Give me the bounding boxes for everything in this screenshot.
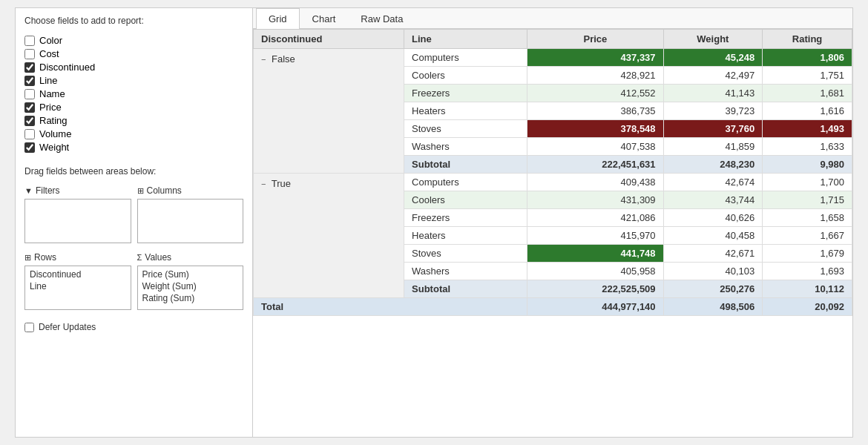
cell-price: 428,921: [527, 67, 663, 85]
cell-weight: 40,626: [663, 209, 763, 227]
table-row: − FalseComputers437,33745,2481,806: [254, 49, 852, 67]
columns-icon: ⊞: [137, 186, 144, 196]
cell-rating: 1,679: [763, 245, 852, 263]
field-checkbox-color[interactable]: [24, 36, 35, 46]
filters-area: ▼ Filters: [24, 185, 131, 243]
cell-price: 441,748: [527, 245, 663, 263]
cell-weight: 41,143: [663, 85, 763, 102]
tab-chart[interactable]: Chart: [300, 8, 349, 29]
field-item-color: Color: [24, 35, 243, 46]
cell-weight: 39,723: [663, 102, 763, 120]
header-weight: Weight: [663, 30, 763, 49]
cell-weight: 37,760: [663, 120, 763, 138]
filters-box[interactable]: [24, 199, 131, 243]
cell-line: Coolers: [404, 67, 527, 85]
field-checkbox-volume[interactable]: [24, 129, 35, 139]
field-label-cost: Cost: [39, 48, 59, 59]
cell-line: Stoves: [404, 120, 527, 138]
drag-areas-bottom: ⊞ Rows DiscontinuedLine Σ Values Price (…: [24, 252, 243, 310]
cell-line: Stoves: [404, 245, 527, 263]
values-area: Σ Values Price (Sum)Weight (Sum)Rating (…: [137, 252, 244, 310]
drag-areas-top: ▼ Filters ⊞ Columns: [24, 185, 243, 243]
field-checkbox-line[interactable]: [24, 76, 35, 86]
cell-price: 386,735: [527, 102, 663, 120]
field-label-discontinued: Discontinued: [39, 62, 95, 73]
values-box[interactable]: Price (Sum)Weight (Sum)Rating (Sum): [137, 266, 244, 310]
cell-weight: 45,248: [663, 49, 763, 67]
rows-item: Line: [30, 281, 126, 291]
cell-price: 437,337: [527, 49, 663, 67]
cell-line: Freezers: [404, 85, 527, 102]
cell-rating: 1,681: [763, 85, 852, 102]
rows-label: Rows: [34, 252, 56, 263]
cell-weight: 43,744: [663, 191, 763, 209]
cell-rating: 1,658: [763, 209, 852, 227]
cell-line: Computers: [404, 174, 527, 191]
field-checkbox-price[interactable]: [24, 102, 35, 113]
cell-rating: 1,616: [763, 102, 852, 120]
cell-weight: 40,458: [663, 227, 763, 245]
cell-rating: 1,700: [763, 174, 852, 191]
cell-rating: 1,751: [763, 67, 852, 85]
field-label-price: Price: [39, 102, 62, 113]
field-item-cost: Cost: [24, 48, 243, 59]
tab-bar: GridChartRaw Data: [253, 8, 852, 29]
total-price: 444,977,140: [527, 298, 663, 316]
cell-price: 405,958: [527, 263, 663, 280]
columns-label: Columns: [147, 185, 182, 196]
field-checkbox-discontinued[interactable]: [24, 62, 35, 73]
left-panel: Choose fields to add to report: ColorCos…: [16, 8, 253, 437]
cell-weight: 42,674: [663, 174, 763, 191]
field-label-line: Line: [39, 75, 58, 86]
values-item: Rating (Sum): [142, 293, 239, 303]
drag-fields-label: Drag fields between areas below:: [24, 166, 243, 177]
cell-line: Computers: [404, 49, 527, 67]
cell-line: Washers: [404, 263, 527, 280]
field-item-weight: Weight: [24, 142, 243, 153]
field-label-weight: Weight: [39, 142, 69, 153]
cell-line: Heaters: [404, 102, 527, 120]
subtotal-rating: 9,980: [763, 156, 852, 174]
cell-weight: 40,103: [663, 263, 763, 280]
cell-line: Heaters: [404, 227, 527, 245]
cell-rating: 1,715: [763, 191, 852, 209]
cell-weight: 41,859: [663, 138, 763, 156]
tab-grid[interactable]: Grid: [256, 8, 300, 29]
field-item-line: Line: [24, 75, 243, 86]
cell-price: 378,548: [527, 120, 663, 138]
grid-wrapper[interactable]: Discontinued Line Price Weight Rating − …: [253, 29, 852, 437]
tab-raw-data[interactable]: Raw Data: [348, 8, 415, 29]
cell-price: 415,970: [527, 227, 663, 245]
field-item-name: Name: [24, 88, 243, 99]
values-item: Price (Sum): [142, 269, 239, 280]
subtotal-price: 222,451,631: [527, 156, 663, 174]
choose-fields-label: Choose fields to add to report:: [24, 16, 243, 26]
field-checkbox-name[interactable]: [24, 89, 35, 99]
cell-price: 421,086: [527, 209, 663, 227]
field-checkbox-weight[interactable]: [24, 142, 35, 153]
right-panel: GridChartRaw Data Discontinued Line Pric…: [253, 8, 852, 437]
cell-price: 412,552: [527, 85, 663, 102]
subtotal-weight: 250,276: [663, 280, 763, 298]
cell-rating: 1,806: [763, 49, 852, 67]
field-checkbox-rating[interactable]: [24, 116, 35, 126]
field-label-rating: Rating: [39, 115, 68, 126]
field-checkbox-cost[interactable]: [24, 49, 35, 59]
table-header-row: Discontinued Line Price Weight Rating: [254, 30, 852, 49]
rows-box[interactable]: DiscontinuedLine: [24, 266, 131, 310]
columns-box[interactable]: [137, 199, 244, 243]
defer-updates-checkbox[interactable]: [24, 323, 34, 332]
cell-price: 407,538: [527, 138, 663, 156]
rows-item: Discontinued: [30, 269, 126, 280]
subtotal-price: 222,525,509: [527, 280, 663, 298]
total-rating: 20,092: [763, 298, 852, 316]
rows-icon: ⊞: [24, 253, 31, 263]
cell-line: Washers: [404, 138, 527, 156]
cell-price: 431,309: [527, 191, 663, 209]
values-label: Values: [145, 252, 171, 263]
header-rating: Rating: [763, 30, 852, 49]
field-item-volume: Volume: [24, 128, 243, 139]
cell-rating: 1,693: [763, 263, 852, 280]
field-item-price: Price: [24, 102, 243, 113]
values-item: Weight (Sum): [142, 281, 239, 291]
